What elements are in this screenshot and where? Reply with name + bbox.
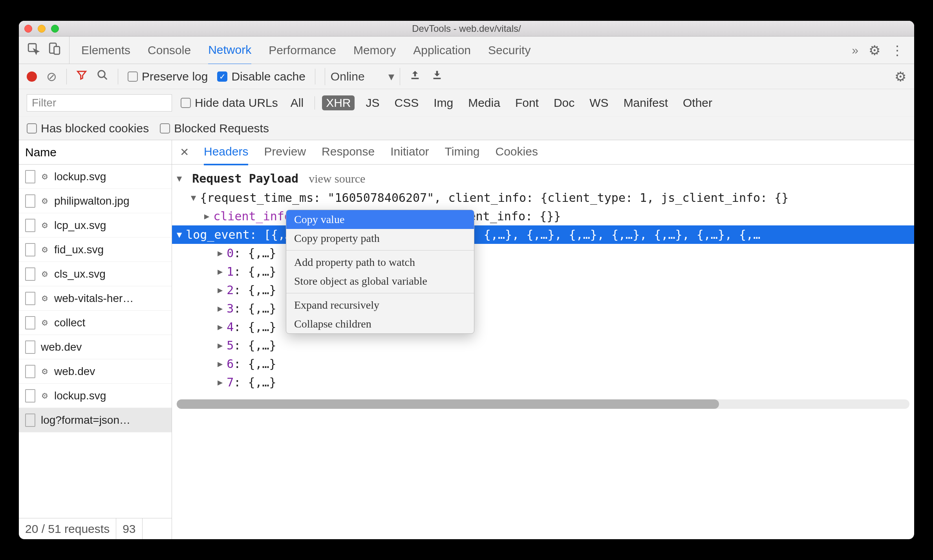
close-window-button[interactable] <box>24 25 32 33</box>
tree-row-index[interactable]: ▶7: {,…} <box>177 373 909 392</box>
type-filter-css[interactable]: CSS <box>390 95 423 110</box>
expand-icon[interactable]: ▶ <box>218 340 223 350</box>
context-menu-item[interactable]: Collapse children <box>286 315 474 333</box>
filter-input[interactable]: Filter <box>27 94 172 112</box>
context-menu-item[interactable]: Store object as global variable <box>286 272 474 291</box>
tree-row-index[interactable]: ▶6: {,…} <box>177 355 909 373</box>
clear-button[interactable]: ⊘ <box>46 69 57 84</box>
type-filter-xhr[interactable]: XHR <box>322 95 355 110</box>
context-menu-item[interactable]: Expand recursively <box>286 296 474 315</box>
scrollbar-thumb[interactable] <box>177 399 719 409</box>
filter-placeholder: Filter <box>32 97 56 109</box>
disable-cache-checkbox[interactable]: ✓ Disable cache <box>217 70 305 83</box>
detail-tab-response[interactable]: Response <box>322 145 375 160</box>
device-toggle-icon[interactable] <box>48 42 61 58</box>
type-filter-media[interactable]: Media <box>464 95 504 110</box>
request-list-header[interactable]: Name <box>19 140 172 165</box>
detail-tab-headers[interactable]: Headers <box>204 145 248 165</box>
file-icon <box>25 267 35 281</box>
blocked-requests-checkbox[interactable]: Blocked Requests <box>160 122 269 135</box>
settings-gear-icon[interactable]: ⚙ <box>869 42 880 58</box>
traffic-lights <box>24 25 59 33</box>
panel-tab-application[interactable]: Application <box>413 37 471 64</box>
request-row[interactable]: ⚙web.dev <box>19 359 172 384</box>
request-row[interactable]: ⚙lcp_ux.svg <box>19 213 172 238</box>
type-filter-js[interactable]: JS <box>362 95 383 110</box>
maximize-window-button[interactable] <box>51 25 59 33</box>
context-menu-item[interactable]: Copy property path <box>286 229 474 248</box>
request-payload-section: ▼ Request Payload view source ▼ {request… <box>172 165 914 396</box>
request-row[interactable]: ⚙philipwalton.jpg <box>19 189 172 213</box>
expand-icon[interactable]: ▶ <box>204 211 209 221</box>
collapse-icon[interactable]: ▼ <box>177 174 182 183</box>
view-source-link[interactable]: view source <box>309 172 365 185</box>
has-blocked-cookies-checkbox[interactable]: Has blocked cookies <box>27 122 149 135</box>
network-settings-icon[interactable]: ⚙ <box>895 69 906 84</box>
context-menu-item[interactable]: Add property path to watch <box>286 253 474 272</box>
hide-data-urls-checkbox[interactable]: Hide data URLs <box>181 96 278 110</box>
type-filter-ws[interactable]: WS <box>585 95 612 110</box>
panel-tab-elements[interactable]: Elements <box>81 37 130 64</box>
type-filter-font[interactable]: Font <box>511 95 543 110</box>
tree-row-root[interactable]: ▼ {request_time_ms: "1605078406207", cli… <box>177 188 909 207</box>
upload-har-icon[interactable] <box>410 70 421 83</box>
gear-icon: ⚙ <box>41 319 49 327</box>
more-tabs-button[interactable]: » <box>852 44 858 57</box>
inspect-element-icon[interactable] <box>27 42 40 58</box>
file-icon <box>25 340 35 354</box>
request-name: log?format=json… <box>41 414 130 426</box>
request-row[interactable]: ⚙collect <box>19 311 172 335</box>
panel-tab-network[interactable]: Network <box>208 36 251 65</box>
type-filter-img[interactable]: Img <box>430 95 457 110</box>
panel-tab-security[interactable]: Security <box>488 37 531 64</box>
file-icon <box>25 414 35 427</box>
throttling-select[interactable]: Online ▾ <box>325 68 400 85</box>
type-filter-manifest[interactable]: Manifest <box>620 95 672 110</box>
detail-tab-cookies[interactable]: Cookies <box>496 145 538 160</box>
request-row[interactable]: ⚙lockup.svg <box>19 165 172 189</box>
gear-icon: ⚙ <box>41 270 49 278</box>
panel-tab-console[interactable]: Console <box>148 37 191 64</box>
expand-icon[interactable]: ▶ <box>218 359 223 369</box>
search-icon[interactable] <box>97 69 108 84</box>
expand-icon[interactable]: ▶ <box>218 322 223 332</box>
expand-icon[interactable]: ▶ <box>218 267 223 276</box>
detail-tab-preview[interactable]: Preview <box>264 145 306 160</box>
minimize-window-button[interactable] <box>38 25 46 33</box>
context-menu-item[interactable]: Copy value <box>286 210 474 229</box>
filter-toggle-icon[interactable] <box>76 70 87 83</box>
request-row[interactable]: ⚙fid_ux.svg <box>19 238 172 262</box>
close-detail-button[interactable]: ✕ <box>180 146 189 159</box>
detail-tab-initiator[interactable]: Initiator <box>390 145 429 160</box>
panel-tab-performance[interactable]: Performance <box>269 37 336 64</box>
type-filter-other[interactable]: Other <box>679 95 716 110</box>
index-key: 2 <box>227 283 234 297</box>
horizontal-scrollbar[interactable] <box>177 399 909 409</box>
request-row[interactable]: log?format=json… <box>19 408 172 432</box>
request-row[interactable]: ⚙lockup.svg <box>19 384 172 408</box>
expand-icon[interactable]: ▶ <box>218 285 223 295</box>
gear-icon: ⚙ <box>41 221 49 229</box>
request-row[interactable]: ⚙web-vitals-her… <box>19 286 172 311</box>
download-har-icon[interactable] <box>432 70 443 83</box>
file-icon <box>25 316 35 329</box>
preserve-log-checkbox[interactable]: Preserve log <box>128 70 208 83</box>
request-row[interactable]: ⚙cls_ux.svg <box>19 262 172 286</box>
record-button[interactable] <box>27 71 37 82</box>
expand-icon[interactable]: ▶ <box>218 304 223 313</box>
type-filter-doc[interactable]: Doc <box>550 95 578 110</box>
expand-icon[interactable]: ▶ <box>218 248 223 258</box>
kebab-menu-icon[interactable]: ⋮ <box>891 42 904 58</box>
detail-tabbar: ✕ HeadersPreviewResponseInitiatorTimingC… <box>172 140 914 165</box>
type-filter-all[interactable]: All <box>287 95 307 110</box>
tree-row-log-event[interactable]: ▼ log_event: [{,…}, {,…}, {,…}, {,…}, {,… <box>172 225 914 244</box>
request-row[interactable]: web.dev <box>19 335 172 359</box>
detail-tab-timing[interactable]: Timing <box>445 145 480 160</box>
chevron-down-icon: ▾ <box>388 70 394 83</box>
collapse-icon[interactable]: ▼ <box>191 193 196 203</box>
expand-icon[interactable]: ▶ <box>218 377 223 387</box>
panel-tab-memory[interactable]: Memory <box>353 37 396 64</box>
payload-section-title: Request Payload <box>192 172 298 185</box>
collapse-icon[interactable]: ▼ <box>177 230 182 240</box>
tree-row-index[interactable]: ▶5: {,…} <box>177 336 909 355</box>
